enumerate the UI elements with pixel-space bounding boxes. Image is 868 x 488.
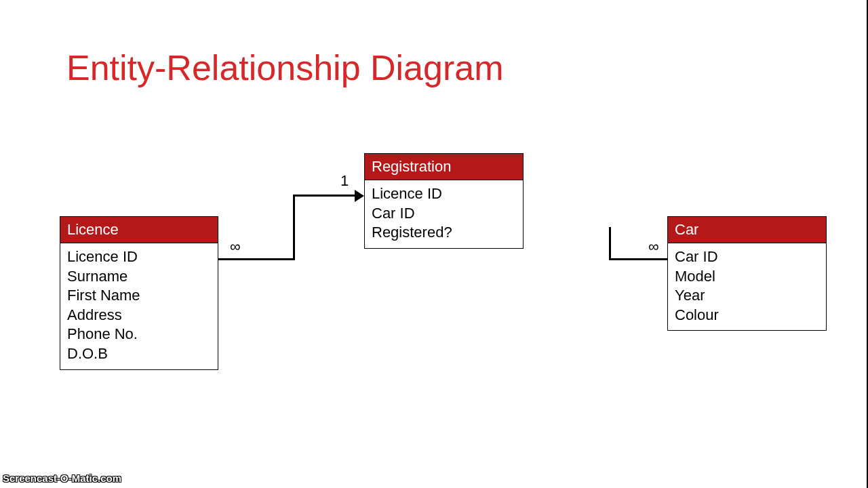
entity-field: First Name [67,286,211,306]
entity-field: Licence ID [67,247,211,267]
entity-registration-header: Registration [365,154,523,180]
entity-field: Colour [675,306,819,325]
cardinality-label-infinity: ∞ [230,238,241,256]
entity-car-header: Car [668,217,826,243]
connector-line [293,195,357,197]
connector-line [609,258,667,260]
entity-field: Licence ID [372,184,516,204]
entity-registration-body: Licence ID Car ID Registered? [365,180,523,248]
entity-licence-header: Licence [60,217,218,243]
connector-line [218,258,294,260]
entity-field: Address [67,306,211,325]
entity-registration: Registration Licence ID Car ID Registere… [364,153,524,249]
entity-field: Year [675,286,819,306]
entity-field: Car ID [675,247,819,267]
entity-field: Phone No. [67,325,211,344]
entity-field: Car ID [372,204,516,224]
entity-licence-body: Licence ID Surname First Name Address Ph… [60,243,218,369]
connector-line [609,227,611,260]
watermark-text: Screencast-O-Matic.com [3,472,121,484]
entity-field: Model [675,267,819,287]
entity-field: D.O.B [67,344,211,364]
entity-licence: Licence Licence ID Surname First Name Ad… [60,216,218,370]
arrowhead-icon [355,190,364,202]
entity-field: Surname [67,267,211,287]
connector-line [293,195,295,260]
cardinality-label-infinity: ∞ [648,238,659,256]
cardinality-label-one: 1 [340,172,349,190]
slide-title: Entity-Relationship Diagram [66,47,504,88]
entity-field: Registered? [372,223,516,243]
entity-car: Car Car ID Model Year Colour [667,216,827,331]
entity-car-body: Car ID Model Year Colour [668,243,826,330]
